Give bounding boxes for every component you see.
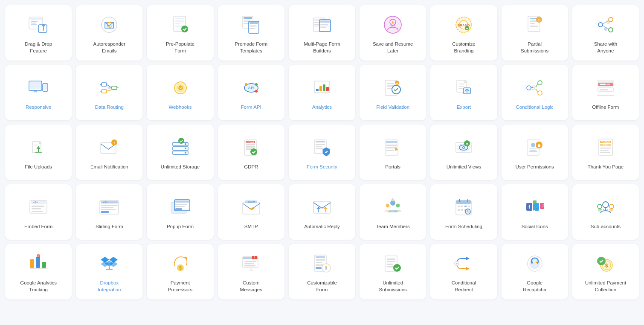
card-email-notification[interactable]: ! Email Notification [76, 125, 142, 180]
svg-rect-66 [102, 90, 107, 93]
svg-rect-22 [249, 22, 258, 24]
card-label: Form Security [307, 164, 337, 171]
card-label: SMTP [244, 223, 258, 230]
card-user-permissions[interactable]: User Permissions [502, 125, 568, 180]
svg-text:GDPR: GDPR [247, 141, 254, 144]
card-label: Multi-Page FormBuilders [304, 41, 340, 54]
card-file-uploads[interactable]: File Uploads [5, 125, 72, 180]
svg-rect-84 [319, 86, 322, 91]
svg-rect-160 [538, 145, 540, 146]
svg-rect-48 [530, 26, 538, 27]
card-drag-drop[interactable]: Drag & DropFeature [5, 5, 72, 61]
svg-point-68 [108, 87, 110, 89]
svg-point-197 [386, 204, 390, 208]
svg-rect-261 [316, 262, 322, 263]
svg-point-102 [538, 81, 542, 85]
card-gdpr[interactable]: GDPR GDPR [218, 125, 284, 180]
svg-rect-235 [30, 259, 34, 268]
card-custom-messages[interactable]: ! CustomMessages [218, 244, 284, 299]
card-partial-submissions[interactable]: ½ PartialSubmissions [502, 5, 568, 61]
card-customize-branding[interactable]: BRAND CustomizeBranding [430, 5, 497, 61]
card-form-api[interactable]: API Form API [218, 65, 284, 120]
card-analytics[interactable]: Analytics [289, 65, 355, 120]
card-share-anyone[interactable]: Share withAnyone [572, 5, 639, 61]
card-social-icons[interactable]: f 🐦 Social Icons [502, 184, 568, 240]
card-payment-processors[interactable]: $ PaymentProcessors [147, 244, 213, 299]
svg-point-228 [609, 204, 614, 209]
thank-you-icon: THANK YOU [594, 136, 618, 160]
save-resume-icon [381, 13, 405, 37]
card-label: PaymentProcessors [168, 280, 193, 293]
svg-rect-33 [320, 24, 328, 25]
card-sub-accounts[interactable]: Sub-accounts [572, 184, 639, 240]
svg-rect-32 [320, 20, 330, 23]
card-field-validation[interactable]: ★★★ Field Validation [360, 65, 426, 120]
card-offline-form[interactable]: Offline Form [572, 65, 639, 120]
svg-point-103 [538, 91, 542, 95]
svg-rect-64 [44, 91, 46, 92]
svg-text:🐦: 🐦 [534, 205, 539, 210]
card-pre-populate[interactable]: Pre-PopulateForm [147, 5, 213, 61]
card-data-routing[interactable]: Data Routing [76, 65, 142, 120]
card-embed-form[interactable]: </> Embed Form [5, 184, 72, 240]
premade-templates-icon [239, 13, 263, 37]
svg-point-7 [43, 29, 44, 31]
svg-rect-147 [386, 150, 394, 151]
card-label: Export [457, 104, 471, 111]
webhooks-icon: ⚙ [168, 76, 192, 100]
card-google-recaptcha[interactable]: GoogleRecaptcha [502, 244, 568, 299]
card-label: User Permissions [516, 164, 554, 171]
card-unlimited-views[interactable]: ∞ Unlimited Views [430, 125, 497, 180]
card-autoresponder[interactable]: AutoresponderEmails [76, 5, 142, 61]
svg-rect-180 [101, 207, 113, 208]
svg-text:</>: </> [33, 201, 38, 204]
card-export[interactable]: Export [430, 65, 497, 120]
svg-point-198 [396, 204, 400, 208]
card-sliding-form[interactable]: </> Sliding Form [76, 184, 142, 240]
card-team-members[interactable]: Team Members [360, 184, 426, 240]
card-label: Automatic Reply [304, 223, 340, 230]
user-permissions-icon [523, 136, 547, 160]
card-automatic-reply[interactable]: Automatic Reply [289, 184, 355, 240]
card-unlimited-storage[interactable]: Unlimited Storage [147, 125, 213, 180]
card-multi-page[interactable]: Multi-Page FormBuilders [289, 5, 355, 61]
card-form-scheduling[interactable]: Form Scheduling [430, 184, 497, 240]
svg-rect-135 [246, 146, 255, 148]
card-thank-you[interactable]: THANK YOU Thank You Page [572, 125, 639, 180]
card-unlimited-payment[interactable]: $ Unlimited PaymentCollection [572, 244, 639, 299]
card-google-analytics[interactable]: G Google AnalyticsTracking [5, 244, 72, 299]
card-customizable-form[interactable]: CustomizableForm [289, 244, 355, 299]
svg-rect-157 [529, 148, 537, 149]
svg-rect-185 [175, 200, 189, 203]
svg-rect-159 [538, 144, 540, 145]
card-responsive[interactable]: Responsive [5, 65, 72, 120]
card-premade-templates[interactable]: Premade FormTemplates [218, 5, 284, 61]
card-conditional-logic[interactable]: ? Conditional Logic [502, 65, 568, 120]
card-dropbox[interactable]: DropboxIntegration [76, 244, 142, 299]
drag-drop-icon [26, 13, 50, 37]
svg-rect-67 [112, 86, 117, 90]
card-save-resume[interactable]: Save and ResumeLater [360, 5, 426, 61]
card-label: UnlimitedSubmissions [379, 280, 407, 293]
card-label: Save and ResumeLater [373, 41, 413, 54]
card-popup-form[interactable]: Popup Form [147, 184, 213, 240]
card-conditional-redirect[interactable]: ? ConditionalRedirect [430, 244, 497, 299]
card-label: Sliding Form [96, 223, 123, 230]
features-grid: Drag & DropFeature AutoresponderEmails [5, 5, 639, 299]
card-label: Webhooks [168, 104, 191, 111]
card-webhooks[interactable]: ⚙ Webhooks [147, 65, 213, 120]
card-portals[interactable]: Portals [360, 125, 426, 180]
conditional-logic-icon: ? [523, 76, 547, 100]
card-unlimited-submissions[interactable]: UnlimitedSubmissions [360, 244, 426, 299]
svg-rect-259 [316, 256, 325, 258]
svg-rect-247 [106, 269, 113, 270]
dropbox-icon [97, 252, 121, 276]
svg-point-156 [531, 143, 535, 147]
card-form-security[interactable]: Form Security [289, 125, 355, 180]
unlimited-submissions-icon [381, 252, 405, 276]
card-smtp[interactable]: SMTP SMTP [218, 184, 284, 240]
svg-rect-60 [34, 90, 37, 92]
card-label: CustomizeBranding [452, 41, 475, 54]
card-label: Sub-accounts [591, 223, 621, 230]
svg-rect-168 [600, 150, 609, 151]
